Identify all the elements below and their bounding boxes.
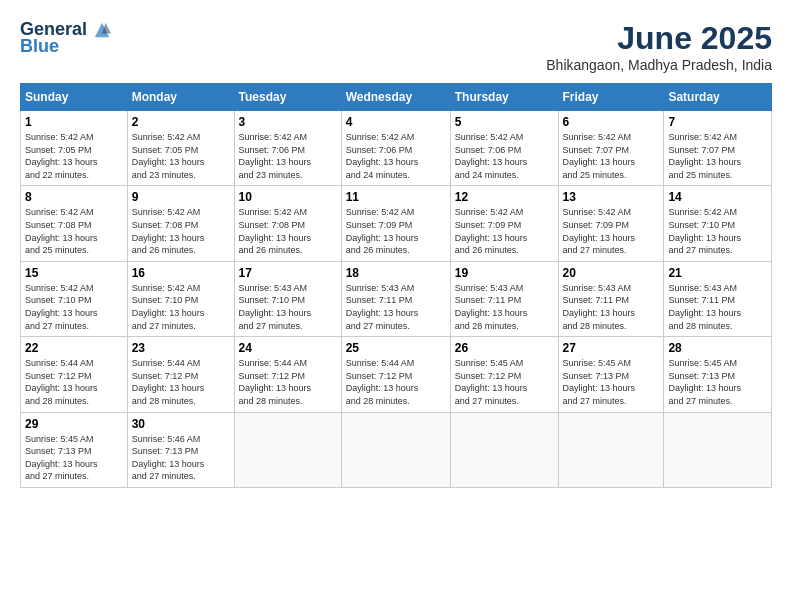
calendar-cell: 19Sunrise: 5:43 AM Sunset: 7:11 PM Dayli…: [450, 261, 558, 336]
day-info: Sunrise: 5:43 AM Sunset: 7:11 PM Dayligh…: [563, 282, 660, 332]
calendar-cell: 5Sunrise: 5:42 AM Sunset: 7:06 PM Daylig…: [450, 111, 558, 186]
calendar: Sunday Monday Tuesday Wednesday Thursday…: [20, 83, 772, 488]
day-info: Sunrise: 5:43 AM Sunset: 7:11 PM Dayligh…: [668, 282, 767, 332]
day-info: Sunrise: 5:46 AM Sunset: 7:13 PM Dayligh…: [132, 433, 230, 483]
calendar-header-row: Sunday Monday Tuesday Wednesday Thursday…: [21, 84, 772, 111]
calendar-cell: 9Sunrise: 5:42 AM Sunset: 7:08 PM Daylig…: [127, 186, 234, 261]
calendar-cell: 24Sunrise: 5:44 AM Sunset: 7:12 PM Dayli…: [234, 337, 341, 412]
day-number: 16: [132, 266, 230, 280]
day-info: Sunrise: 5:44 AM Sunset: 7:12 PM Dayligh…: [25, 357, 123, 407]
month-title: June 2025: [546, 20, 772, 57]
calendar-cell: [234, 412, 341, 487]
calendar-cell: 14Sunrise: 5:42 AM Sunset: 7:10 PM Dayli…: [664, 186, 772, 261]
day-number: 7: [668, 115, 767, 129]
calendar-cell: 21Sunrise: 5:43 AM Sunset: 7:11 PM Dayli…: [664, 261, 772, 336]
page-header: General Blue June 2025 Bhikangaon, Madhy…: [20, 20, 772, 73]
calendar-week-row: 15Sunrise: 5:42 AM Sunset: 7:10 PM Dayli…: [21, 261, 772, 336]
calendar-cell: 18Sunrise: 5:43 AM Sunset: 7:11 PM Dayli…: [341, 261, 450, 336]
day-info: Sunrise: 5:42 AM Sunset: 7:08 PM Dayligh…: [239, 206, 337, 256]
day-number: 8: [25, 190, 123, 204]
day-info: Sunrise: 5:42 AM Sunset: 7:06 PM Dayligh…: [346, 131, 446, 181]
day-number: 1: [25, 115, 123, 129]
calendar-cell: 30Sunrise: 5:46 AM Sunset: 7:13 PM Dayli…: [127, 412, 234, 487]
day-number: 14: [668, 190, 767, 204]
day-info: Sunrise: 5:42 AM Sunset: 7:07 PM Dayligh…: [668, 131, 767, 181]
col-sunday: Sunday: [21, 84, 128, 111]
calendar-cell: 4Sunrise: 5:42 AM Sunset: 7:06 PM Daylig…: [341, 111, 450, 186]
day-info: Sunrise: 5:44 AM Sunset: 7:12 PM Dayligh…: [346, 357, 446, 407]
calendar-cell: 23Sunrise: 5:44 AM Sunset: 7:12 PM Dayli…: [127, 337, 234, 412]
day-number: 3: [239, 115, 337, 129]
day-number: 30: [132, 417, 230, 431]
col-wednesday: Wednesday: [341, 84, 450, 111]
col-thursday: Thursday: [450, 84, 558, 111]
day-info: Sunrise: 5:45 AM Sunset: 7:12 PM Dayligh…: [455, 357, 554, 407]
day-info: Sunrise: 5:43 AM Sunset: 7:11 PM Dayligh…: [346, 282, 446, 332]
calendar-cell: 29Sunrise: 5:45 AM Sunset: 7:13 PM Dayli…: [21, 412, 128, 487]
calendar-cell: 1Sunrise: 5:42 AM Sunset: 7:05 PM Daylig…: [21, 111, 128, 186]
day-info: Sunrise: 5:44 AM Sunset: 7:12 PM Dayligh…: [132, 357, 230, 407]
calendar-cell: 3Sunrise: 5:42 AM Sunset: 7:06 PM Daylig…: [234, 111, 341, 186]
day-number: 23: [132, 341, 230, 355]
calendar-cell: [341, 412, 450, 487]
day-info: Sunrise: 5:45 AM Sunset: 7:13 PM Dayligh…: [563, 357, 660, 407]
day-number: 18: [346, 266, 446, 280]
day-info: Sunrise: 5:42 AM Sunset: 7:10 PM Dayligh…: [668, 206, 767, 256]
calendar-week-row: 29Sunrise: 5:45 AM Sunset: 7:13 PM Dayli…: [21, 412, 772, 487]
day-number: 25: [346, 341, 446, 355]
col-saturday: Saturday: [664, 84, 772, 111]
calendar-cell: 11Sunrise: 5:42 AM Sunset: 7:09 PM Dayli…: [341, 186, 450, 261]
day-number: 19: [455, 266, 554, 280]
calendar-cell: 8Sunrise: 5:42 AM Sunset: 7:08 PM Daylig…: [21, 186, 128, 261]
day-info: Sunrise: 5:42 AM Sunset: 7:09 PM Dayligh…: [346, 206, 446, 256]
day-info: Sunrise: 5:42 AM Sunset: 7:05 PM Dayligh…: [25, 131, 123, 181]
calendar-cell: 2Sunrise: 5:42 AM Sunset: 7:05 PM Daylig…: [127, 111, 234, 186]
logo: General Blue: [20, 20, 111, 57]
day-info: Sunrise: 5:42 AM Sunset: 7:06 PM Dayligh…: [455, 131, 554, 181]
day-info: Sunrise: 5:42 AM Sunset: 7:06 PM Dayligh…: [239, 131, 337, 181]
day-number: 28: [668, 341, 767, 355]
calendar-cell: [558, 412, 664, 487]
day-number: 20: [563, 266, 660, 280]
location: Bhikangaon, Madhya Pradesh, India: [546, 57, 772, 73]
day-info: Sunrise: 5:42 AM Sunset: 7:05 PM Dayligh…: [132, 131, 230, 181]
calendar-cell: 17Sunrise: 5:43 AM Sunset: 7:10 PM Dayli…: [234, 261, 341, 336]
calendar-cell: 20Sunrise: 5:43 AM Sunset: 7:11 PM Dayli…: [558, 261, 664, 336]
calendar-cell: 7Sunrise: 5:42 AM Sunset: 7:07 PM Daylig…: [664, 111, 772, 186]
calendar-cell: 27Sunrise: 5:45 AM Sunset: 7:13 PM Dayli…: [558, 337, 664, 412]
day-number: 9: [132, 190, 230, 204]
day-info: Sunrise: 5:42 AM Sunset: 7:07 PM Dayligh…: [563, 131, 660, 181]
col-friday: Friday: [558, 84, 664, 111]
calendar-cell: 13Sunrise: 5:42 AM Sunset: 7:09 PM Dayli…: [558, 186, 664, 261]
day-info: Sunrise: 5:42 AM Sunset: 7:10 PM Dayligh…: [132, 282, 230, 332]
calendar-cell: 16Sunrise: 5:42 AM Sunset: 7:10 PM Dayli…: [127, 261, 234, 336]
day-info: Sunrise: 5:44 AM Sunset: 7:12 PM Dayligh…: [239, 357, 337, 407]
day-number: 13: [563, 190, 660, 204]
col-monday: Monday: [127, 84, 234, 111]
day-number: 6: [563, 115, 660, 129]
day-number: 29: [25, 417, 123, 431]
day-number: 4: [346, 115, 446, 129]
calendar-cell: 28Sunrise: 5:45 AM Sunset: 7:13 PM Dayli…: [664, 337, 772, 412]
calendar-cell: [450, 412, 558, 487]
day-number: 11: [346, 190, 446, 204]
calendar-cell: 10Sunrise: 5:42 AM Sunset: 7:08 PM Dayli…: [234, 186, 341, 261]
calendar-week-row: 22Sunrise: 5:44 AM Sunset: 7:12 PM Dayli…: [21, 337, 772, 412]
logo-icon: [93, 21, 111, 39]
col-tuesday: Tuesday: [234, 84, 341, 111]
day-info: Sunrise: 5:45 AM Sunset: 7:13 PM Dayligh…: [668, 357, 767, 407]
calendar-week-row: 8Sunrise: 5:42 AM Sunset: 7:08 PM Daylig…: [21, 186, 772, 261]
day-number: 22: [25, 341, 123, 355]
calendar-week-row: 1Sunrise: 5:42 AM Sunset: 7:05 PM Daylig…: [21, 111, 772, 186]
day-number: 15: [25, 266, 123, 280]
day-number: 2: [132, 115, 230, 129]
calendar-cell: 12Sunrise: 5:42 AM Sunset: 7:09 PM Dayli…: [450, 186, 558, 261]
logo-blue: Blue: [20, 36, 59, 57]
day-info: Sunrise: 5:43 AM Sunset: 7:10 PM Dayligh…: [239, 282, 337, 332]
title-section: June 2025 Bhikangaon, Madhya Pradesh, In…: [546, 20, 772, 73]
day-number: 12: [455, 190, 554, 204]
calendar-cell: 25Sunrise: 5:44 AM Sunset: 7:12 PM Dayli…: [341, 337, 450, 412]
day-number: 5: [455, 115, 554, 129]
calendar-cell: [664, 412, 772, 487]
day-number: 26: [455, 341, 554, 355]
